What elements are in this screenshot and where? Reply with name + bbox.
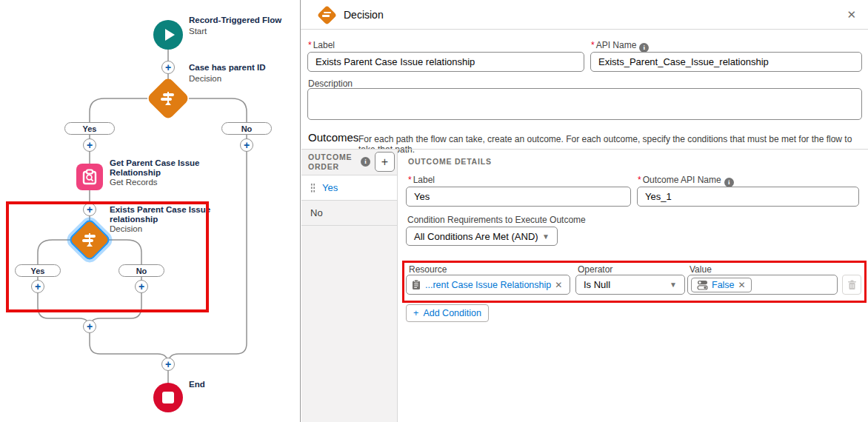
description-field-label: Description xyxy=(308,78,353,89)
resource-label: Resource xyxy=(409,264,447,275)
outcome-order-label-line1: OUTCOME xyxy=(308,153,352,161)
get-records-icon xyxy=(81,169,98,185)
value-pill[interactable]: False ✕ xyxy=(691,278,752,292)
outcome-order-label-line2: ORDER xyxy=(308,162,339,171)
branch-label-no: No xyxy=(221,122,272,135)
resource-combobox[interactable]: ...rent Case Issue Relationship ✕ xyxy=(406,275,570,295)
divider xyxy=(398,149,868,150)
chevron-down-icon: ▼ xyxy=(542,232,550,241)
end-title: End xyxy=(189,380,318,389)
resource-pill[interactable]: ...rent Case Issue Relationship ✕ xyxy=(410,278,564,291)
outcomes-heading: Outcomes xyxy=(308,131,358,144)
add-outcome-button[interactable]: + xyxy=(375,152,395,172)
panel-header: Decision ✕ xyxy=(301,0,868,30)
outcome-label-field-label: *Label xyxy=(408,175,435,185)
info-icon[interactable]: i xyxy=(361,157,370,167)
start-subtitle: Start xyxy=(189,27,207,36)
end-node[interactable] xyxy=(153,383,183,412)
remove-resource-icon[interactable]: ✕ xyxy=(555,280,562,290)
boolean-toggle-icon xyxy=(697,280,708,290)
operator-select[interactable]: Is Null ▼ xyxy=(575,275,685,295)
add-element-button[interactable]: + xyxy=(31,280,44,293)
add-condition-button[interactable]: + Add Condition xyxy=(406,304,489,322)
description-input[interactable] xyxy=(307,88,862,120)
outcome-details-header: OUTCOME DETAILS xyxy=(408,157,492,166)
decision1-subtitle: Decision xyxy=(189,74,221,84)
decision2-subtitle: Decision xyxy=(110,224,142,234)
add-element-button[interactable]: + xyxy=(83,203,96,216)
decision-icon xyxy=(317,5,336,24)
decision-properties-panel: Decision ✕ *Label *API Namei Description… xyxy=(301,0,868,422)
outcome-api-input[interactable] xyxy=(637,187,859,207)
add-element-button[interactable]: + xyxy=(83,138,96,152)
get-records-subtitle: Get Records xyxy=(110,178,158,187)
add-element-button[interactable]: + xyxy=(161,61,175,74)
drag-handle-icon[interactable] xyxy=(310,183,316,192)
plus-icon: + xyxy=(413,308,418,318)
delete-condition-button[interactable] xyxy=(842,275,861,295)
outcomes-blurb: For each path the flow can take, create … xyxy=(358,134,868,155)
stop-icon xyxy=(162,392,174,403)
get-records-node[interactable] xyxy=(76,164,103,190)
label-input[interactable] xyxy=(307,52,584,72)
api-name-input[interactable] xyxy=(590,52,862,72)
label-field-label: *Label xyxy=(308,40,335,50)
outcome-label-input[interactable] xyxy=(406,187,631,207)
branch-label-yes: Yes xyxy=(15,264,61,277)
outcome-item-yes[interactable]: Yes xyxy=(301,175,397,201)
add-element-button[interactable]: + xyxy=(135,280,148,293)
remove-value-icon[interactable]: ✕ xyxy=(738,280,746,290)
decision-icon xyxy=(81,233,98,247)
outcome-api-field-label: *Outcome API Namei xyxy=(638,175,734,187)
record-icon xyxy=(411,279,421,290)
outcome-item-no[interactable]: No xyxy=(301,201,397,226)
value-combobox[interactable]: False ✕ xyxy=(687,275,838,295)
flow-canvas[interactable]: Record-Triggered Flow Start + Case has p… xyxy=(0,0,301,422)
branch-label-yes: Yes xyxy=(64,122,115,135)
start-title: Record-Triggered Flow xyxy=(189,16,318,25)
trash-icon xyxy=(847,280,857,290)
chevron-down-icon: ▼ xyxy=(670,281,677,289)
add-element-button[interactable]: + xyxy=(83,320,96,333)
decision2-title: Exists Parent Case Issue relationship xyxy=(110,205,228,224)
branch-label-no: No xyxy=(118,264,164,277)
outcome-order-header: OUTCOME ORDER i + xyxy=(301,150,397,175)
operator-label: Operator xyxy=(578,264,612,275)
decision-icon xyxy=(160,92,176,105)
condition-requirements-select[interactable]: All Conditions Are Met (AND) ▼ xyxy=(406,227,558,246)
close-icon[interactable]: ✕ xyxy=(847,8,856,21)
add-element-button[interactable]: + xyxy=(240,138,253,152)
outcome-order-panel: OUTCOME ORDER i + Yes No xyxy=(301,149,398,422)
start-node[interactable] xyxy=(153,20,183,50)
api-name-field-label: *API Namei xyxy=(591,40,649,53)
decision1-title: Case has parent ID xyxy=(189,63,318,73)
condition-requirements-label: Condition Requirements to Execute Outcom… xyxy=(407,215,586,225)
get-records-title: Get Parent Case Issue Relationship xyxy=(110,158,232,178)
add-element-button[interactable]: + xyxy=(161,358,175,371)
value-label: Value xyxy=(690,264,712,275)
play-icon xyxy=(165,29,175,41)
panel-title: Decision xyxy=(344,9,384,21)
